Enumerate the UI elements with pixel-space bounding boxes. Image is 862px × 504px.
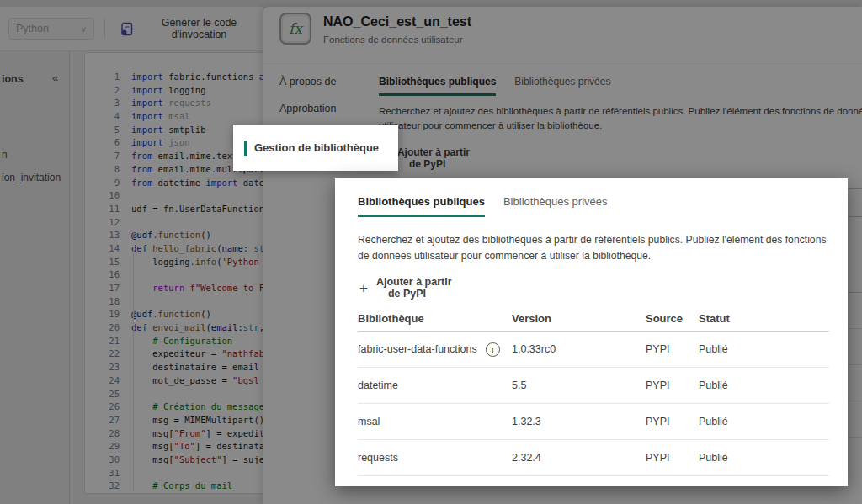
popup-tab-public-libraries[interactable]: Bibliothèques publiques <box>358 195 485 217</box>
popup-add-label-line1: Ajouter à partir <box>376 276 452 288</box>
col-header-library: Bibliothèque <box>358 306 512 332</box>
popup-tab-private-libraries[interactable]: Bibliothèques privées <box>503 195 608 217</box>
col-header-source: Source <box>646 306 699 332</box>
popup-add-label-line2: de PyPI <box>376 288 452 300</box>
library-name-cell: datetime <box>358 368 512 404</box>
popup-library-description: Recherchez et ajoutez des bibliothèques … <box>358 232 839 264</box>
col-header-version: Version <box>512 306 646 332</box>
library-version-cell: 1.32.3 <box>512 404 646 440</box>
spotlight-nav-library-management[interactable]: Gestion de bibliothèque <box>233 125 398 171</box>
library-source-cell: PYPI <box>646 332 699 368</box>
library-name-cell: fabric-user-data-functionsi <box>358 332 512 368</box>
popup-add-from-pypi-button[interactable]: + Ajouter à partir de PyPI <box>359 276 452 300</box>
library-status-cell: Publié <box>699 404 829 440</box>
library-status-cell: Publié <box>699 332 829 368</box>
popup-library-tabs: Bibliothèques publiques Bibliothèques pr… <box>358 195 608 217</box>
library-version-cell: 5.5 <box>512 368 646 404</box>
library-name-cell: requests <box>358 440 512 476</box>
screen: Python ∨ Générer le code d'invocation io… <box>0 0 862 504</box>
library-management-popup: Bibliothèques publiques Bibliothèques pr… <box>335 178 848 486</box>
library-version-cell: 1.0.33rc0 <box>512 332 646 368</box>
library-source-cell: PYPI <box>646 404 699 440</box>
selected-indicator-bar <box>244 141 247 156</box>
library-name-cell: msal <box>358 404 512 440</box>
spotlight-nav-label: Gestion de bibliothèque <box>254 141 379 154</box>
library-source-cell: PYPI <box>646 368 699 404</box>
library-status-cell: Publié <box>699 440 829 476</box>
library-table: Bibliothèque Version Source Statut fabri… <box>358 306 829 476</box>
library-version-cell: 2.32.4 <box>512 440 646 476</box>
library-source-cell: PYPI <box>646 440 699 476</box>
col-header-status: Statut <box>699 306 829 332</box>
plus-icon: + <box>359 281 368 296</box>
library-status-cell: Publié <box>699 368 829 404</box>
info-icon[interactable]: i <box>486 342 500 357</box>
